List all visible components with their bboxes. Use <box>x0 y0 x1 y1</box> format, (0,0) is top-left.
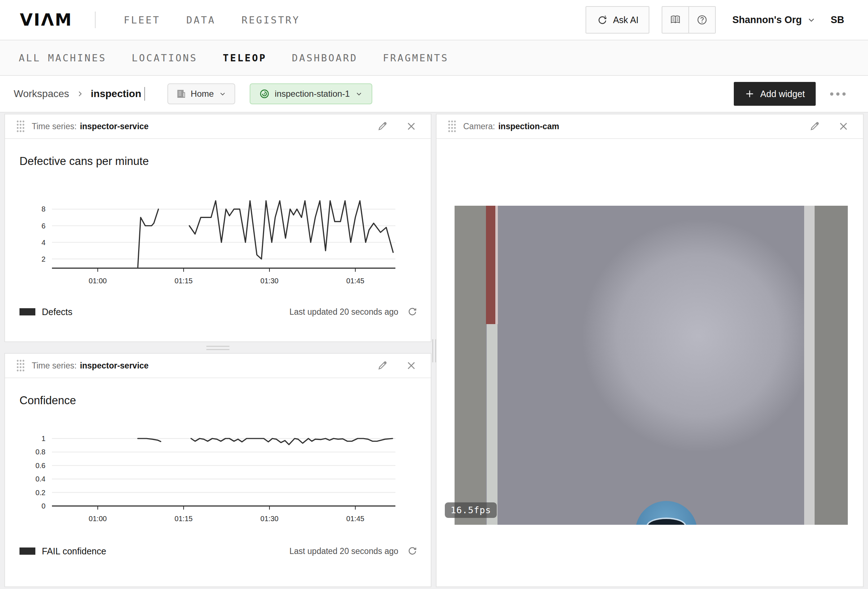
svg-text:0.8: 0.8 <box>35 448 46 456</box>
svg-text:0.2: 0.2 <box>35 489 46 497</box>
header-right: Ask AI Shannon's Org <box>586 6 868 34</box>
drag-handle-icon[interactable] <box>16 119 25 133</box>
svg-text:2: 2 <box>41 255 46 263</box>
svg-text:0.6: 0.6 <box>35 462 46 469</box>
close-icon <box>406 360 417 371</box>
widget-timeseries-confidence: Time series:inspector-service Confidence… <box>4 353 431 587</box>
camera-frame-pink-sliver <box>495 206 498 324</box>
pencil-icon <box>377 121 388 132</box>
svg-text:01:45: 01:45 <box>346 277 365 285</box>
workspace-toolbar: Workspaces inspection Home inspection-st… <box>0 76 868 112</box>
camera-frame-light-strip-left <box>487 324 497 525</box>
ask-ai-label: Ask AI <box>613 15 639 25</box>
widget-type-label: Camera: <box>463 121 495 131</box>
teleop-canvas: Time series:inspector-service Defective … <box>0 112 868 589</box>
edit-widget-button[interactable] <box>376 121 388 132</box>
close-icon <box>838 121 849 132</box>
svg-text:6: 6 <box>41 222 46 230</box>
pencil-icon <box>377 360 388 371</box>
more-menu-button[interactable] <box>830 92 846 96</box>
tab-dashboard[interactable]: DASHBOARD <box>292 52 357 64</box>
svg-text:1: 1 <box>41 435 46 442</box>
drag-handle-icon[interactable] <box>16 358 25 373</box>
drag-handle-icon[interactable] <box>447 119 456 133</box>
svg-text:01:45: 01:45 <box>346 515 365 522</box>
camera-frame-red-bar <box>486 206 495 324</box>
svg-text:01:15: 01:15 <box>175 277 193 285</box>
breadcrumb-chevron-icon <box>76 89 84 98</box>
help-button[interactable] <box>689 7 715 33</box>
edit-widget-button[interactable] <box>376 360 388 371</box>
workspace-name-input[interactable]: inspection <box>91 88 142 100</box>
svg-text:01:15: 01:15 <box>175 515 193 522</box>
last-updated-text: Last updated 20 seconds ago <box>289 307 398 317</box>
machine-live-icon <box>259 89 270 99</box>
refresh-button[interactable] <box>407 546 418 556</box>
svg-text:01:00: 01:00 <box>89 277 107 285</box>
confidence-chart: 00.20.40.60.8101:0001:1501:3001:45 <box>12 435 424 536</box>
fleet-tab-bar: ALL MACHINES LOCATIONS TELEOP DASHBOARD … <box>0 40 868 76</box>
ask-ai-icon <box>596 14 608 26</box>
location-label: Home <box>191 89 214 99</box>
close-widget-button[interactable] <box>838 121 849 132</box>
widget-timeseries-defects: Time series:inspector-service Defective … <box>4 114 431 342</box>
close-icon <box>406 121 417 132</box>
close-widget-button[interactable] <box>406 121 417 132</box>
camera-video-feed[interactable] <box>455 206 848 525</box>
org-name: Shannon's Org <box>732 15 802 26</box>
legend-swatch <box>19 548 35 555</box>
widget-title: Time series:inspector-service <box>32 121 149 132</box>
breadcrumb-workspaces[interactable]: Workspaces <box>14 88 69 100</box>
widget-type-label: Time series: <box>32 361 77 370</box>
chevron-down-icon <box>807 15 816 25</box>
building-icon <box>176 89 186 99</box>
ask-ai-button[interactable]: Ask AI <box>586 6 650 34</box>
location-selector[interactable]: Home <box>167 83 235 104</box>
last-updated-text: Last updated 20 seconds ago <box>289 546 398 556</box>
can-cap-opening <box>647 518 686 525</box>
add-widget-button[interactable]: Add widget <box>734 82 816 106</box>
machine-selector[interactable]: inspection-station-1 <box>249 83 372 104</box>
viam-logo[interactable]: VIΛM <box>20 10 72 30</box>
widget-header: Time series:inspector-service <box>5 354 431 378</box>
refresh-button[interactable] <box>407 306 418 317</box>
close-widget-button[interactable] <box>406 360 417 371</box>
legend-row: Defects Last updated 20 seconds ago <box>19 306 418 317</box>
chart-title: Defective cans per minute <box>19 155 149 168</box>
row-resize-grip[interactable] <box>207 346 229 352</box>
tab-all-machines[interactable]: ALL MACHINES <box>19 52 106 64</box>
camera-frame-right-strip <box>815 206 848 525</box>
edit-widget-button[interactable] <box>809 121 820 132</box>
avatar[interactable]: SB <box>831 15 844 26</box>
chevron-down-icon <box>355 90 363 98</box>
add-widget-label: Add widget <box>760 89 805 99</box>
tab-fragments[interactable]: FRAGMENTS <box>383 52 449 64</box>
text-cursor <box>144 87 145 101</box>
legend-row: FAIL confidence Last updated 20 seconds … <box>19 546 418 556</box>
widget-service-name: inspection-cam <box>498 121 559 131</box>
legend-swatch <box>19 308 35 315</box>
help-button-group <box>661 6 716 34</box>
book-icon <box>670 15 681 25</box>
widget-type-label: Time series: <box>32 121 77 131</box>
widget-title: Camera:inspection-cam <box>463 121 559 132</box>
widget-service-name: inspector-service <box>80 361 148 370</box>
camera-frame-left-strip <box>455 206 486 525</box>
pencil-icon <box>809 121 820 132</box>
legend-label: FAIL confidence <box>42 546 106 556</box>
refresh-icon <box>407 546 418 556</box>
widget-camera: Camera:inspection-cam <box>436 114 864 587</box>
nav-data[interactable]: DATA <box>186 15 216 26</box>
tab-teleop[interactable]: TELEOP <box>223 52 267 64</box>
column-resize-grip[interactable] <box>432 339 436 363</box>
fps-overlay: 16.5fps <box>445 502 497 518</box>
svg-text:4: 4 <box>41 238 46 247</box>
nav-fleet[interactable]: FLEET <box>124 15 160 26</box>
org-switcher[interactable]: Shannon's Org <box>732 15 816 26</box>
docs-button[interactable] <box>662 7 688 33</box>
camera-frame-belt-area <box>498 206 804 525</box>
nav-registry[interactable]: REGISTRY <box>241 15 300 26</box>
plus-icon <box>745 89 755 99</box>
widget-header: Time series:inspector-service <box>5 114 431 139</box>
tab-locations[interactable]: LOCATIONS <box>132 52 197 64</box>
